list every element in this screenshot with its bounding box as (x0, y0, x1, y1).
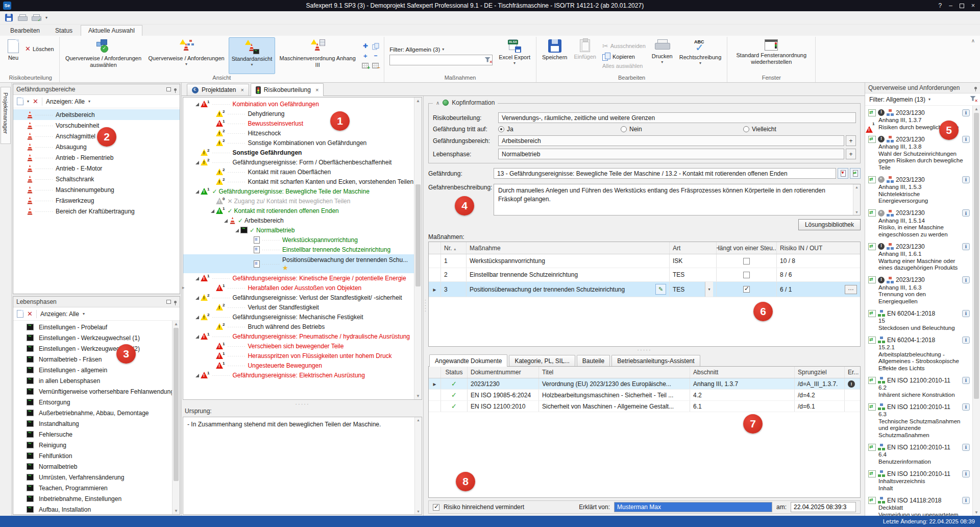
scrollbar[interactable]: ▲▼ (172, 321, 180, 514)
tree-item[interactable]: Werkstückspannvorrichtung (183, 235, 414, 245)
info-icon[interactable] (962, 403, 970, 411)
tree-item[interactable]: 2 Sonstige Kombinationen von Gefährdunge… (183, 138, 414, 148)
hazard-area-item[interactable]: Antrieb - Riementrieb (13, 152, 180, 163)
sync-hazard-button[interactable] (850, 168, 861, 179)
tree-item[interactable]: 1 Kontakt mit rotierenden offenen Enden (183, 206, 414, 215)
fensteranordnung-button[interactable]: Standard Fensteranordnung wiederherstell… (730, 37, 812, 74)
collapse-section-icon[interactable]: ∧ (436, 100, 439, 106)
tree-item[interactable]: Positionsüberwachung der trennenden Schu… (183, 254, 414, 273)
print-preview-icon[interactable]: ✓ (32, 14, 40, 21)
maschinenverordnung-button[interactable]: Maschinenverordnung Anhang III (277, 37, 358, 74)
detail-tab[interactable]: Angewandte Dokumente (429, 354, 507, 367)
float-panel-icon[interactable] (166, 300, 171, 304)
speichern-button[interactable]: Speichern (540, 37, 570, 74)
save-icon[interactable] (5, 14, 13, 21)
hazard-area-item[interactable]: Vorschubeinheit (13, 120, 180, 131)
open-document-icon[interactable] (868, 136, 876, 143)
tree-item[interactable]: 1 Herausspritzen von Flüssigkeiten unter… (183, 351, 414, 361)
depends-checkbox[interactable] (743, 272, 750, 278)
datum-field[interactable] (791, 502, 856, 512)
crossref-item[interactable]: 2023/1230 Anhang III, 1.5.3 Nichtelektri… (865, 174, 972, 207)
open-document-icon[interactable] (868, 243, 876, 250)
life-phase-item[interactable]: Fehlfunktion (13, 450, 172, 461)
filter-clear-icon[interactable] (970, 96, 976, 102)
life-phase-item[interactable]: Entsorgung (13, 397, 172, 408)
risiko-vermindert-checkbox[interactable] (433, 504, 439, 511)
drucken-button[interactable]: Drucken▾ (649, 37, 675, 74)
hazard-area-item[interactable]: Bereich der Kraftübertragung (13, 206, 180, 217)
depends-checkbox[interactable] (743, 258, 750, 265)
life-phase-item[interactable]: Aufbau, Installation (13, 504, 172, 514)
art-dropdown-icon[interactable] (705, 282, 713, 297)
loesungsbibliothek-button[interactable]: Lösungsbibliothek (798, 219, 861, 230)
info-icon[interactable] (962, 109, 970, 116)
life-phase-item[interactable]: Umrüsten, Verfahrensänderung (13, 472, 172, 483)
info-icon[interactable] (962, 337, 970, 344)
hazard-area-item[interactable]: Schaltschrank (13, 174, 180, 184)
splitter-collapse-icon[interactable]: ▸ (182, 285, 185, 290)
delete-item-icon[interactable]: ✕ (33, 98, 38, 105)
open-document-icon[interactable] (868, 403, 876, 411)
info-icon[interactable] (962, 377, 970, 384)
gefaehrdungsbereich-field[interactable]: Arbeitsbereich (498, 135, 844, 146)
radio-ja[interactable]: Ja (498, 126, 621, 133)
pin-icon[interactable] (174, 88, 177, 91)
anzeigen-dropdown[interactable]: Anzeigen: Alle (46, 98, 85, 105)
tree-item[interactable]: Arbeitsbereich (183, 215, 414, 225)
tree-item[interactable]: 1 Kombination von Gefährdungen (183, 99, 414, 109)
open-document-icon[interactable] (868, 470, 876, 477)
document-row[interactable]: EN ISO 19085-6:2024 Holzbearbeitungsmasc… (429, 390, 860, 401)
neu-button[interactable]: Neu (5, 37, 21, 74)
maximize-icon[interactable] (960, 4, 964, 8)
measure-row[interactable]: 1 Werkstückspannvorrichtung ISK 10 / 8 (429, 254, 860, 268)
detail-tab[interactable]: Kategorie, PL, SIL... (509, 355, 575, 366)
open-document-icon[interactable] (868, 497, 876, 504)
tree-item[interactable]: 1 Verschieben sich bewegender Teile (183, 341, 414, 351)
life-phase-item[interactable]: Instandhaltung (13, 418, 172, 429)
crossref-item[interactable]: 2023/1230 Anhang III, 1.6.1 Wartung eine… (865, 241, 972, 274)
ausschneiden-button[interactable]: ✂ Ausschneiden (600, 41, 648, 51)
new-item-dropdown[interactable]: ▾ (27, 99, 29, 104)
ribbon-tab[interactable]: Bearbeiten (3, 26, 47, 36)
kopieren-button[interactable]: Kopieren (600, 52, 648, 61)
info-icon[interactable] (962, 176, 970, 183)
hazard-area-item[interactable]: Absaugung (13, 141, 180, 152)
close-tab-icon[interactable]: × (315, 87, 318, 93)
tree-item[interactable]: 1 Gefährdungsereignisse: Elektrischen Au… (183, 370, 414, 380)
minimize-icon[interactable]: – (949, 3, 952, 9)
delete-item-icon[interactable]: ✕ (27, 310, 33, 318)
einfuegen-button[interactable]: Einfügen (572, 37, 599, 74)
crossref-item[interactable]: EN ISO 12100:2010-11 6.3 Technische Schu… (865, 401, 972, 441)
info-icon[interactable] (962, 136, 970, 143)
risikobeurteilung-field[interactable]: Verwendungs-, räumliche, zeitliche und w… (498, 112, 856, 123)
crossref-item[interactable]: EN ISO 14118:2018 Deckblatt Vermeidung v… (865, 494, 972, 516)
expand-all-icon[interactable]: ✚ (361, 42, 370, 50)
document-row[interactable]: EN ISO 12100:2010 Sicherheit von Maschin… (429, 401, 860, 412)
erklaert-von-field[interactable] (614, 502, 772, 512)
tab-projektdaten[interactable]: Projektdaten × (187, 84, 249, 95)
tree-item[interactable]: 2 Bruch während des Betriebs (183, 322, 414, 331)
info-icon[interactable] (962, 497, 970, 504)
splitter-handle[interactable] (182, 401, 423, 406)
life-phase-item[interactable]: in allen Lebensphasen (13, 375, 172, 386)
pin-icon[interactable] (174, 301, 177, 303)
scrollbar[interactable]: ▲▼ (414, 417, 422, 514)
measure-filter-dropdown[interactable]: Filter: Allgemein (3)▾ (389, 46, 493, 53)
crossref-item[interactable]: EN ISO 12100:2010-11 6.4 Benutzerinforma… (865, 441, 972, 468)
gefahrenbeschreibung-box[interactable]: Durch manuelles Anlegen und Führen des W… (494, 184, 861, 215)
measure-row[interactable]: 2 Einstellbar trennende Schutzeinrichtun… (429, 268, 860, 282)
tree-item[interactable]: 1 Gefährdungsereignisse: Kinetische Ener… (183, 273, 414, 283)
collapse-node-icon[interactable]: − (371, 52, 380, 60)
vertical-splitter[interactable] (424, 96, 427, 516)
anzeigen-dropdown[interactable]: Anzeigen: Alle (40, 310, 79, 318)
more-button[interactable] (845, 285, 857, 294)
show-details-icon[interactable] (361, 61, 370, 69)
ribbon-tab[interactable]: Status (48, 26, 80, 36)
open-document-icon[interactable] (868, 377, 876, 384)
splitter-handle[interactable] (428, 347, 861, 352)
open-document-icon[interactable] (868, 444, 876, 451)
scrollbar[interactable]: ▲▼ (972, 106, 980, 516)
life-phase-item[interactable]: Reinigung (13, 440, 172, 450)
open-hazard-list-button[interactable] (838, 168, 848, 179)
measure-search-input[interactable] (391, 56, 484, 63)
